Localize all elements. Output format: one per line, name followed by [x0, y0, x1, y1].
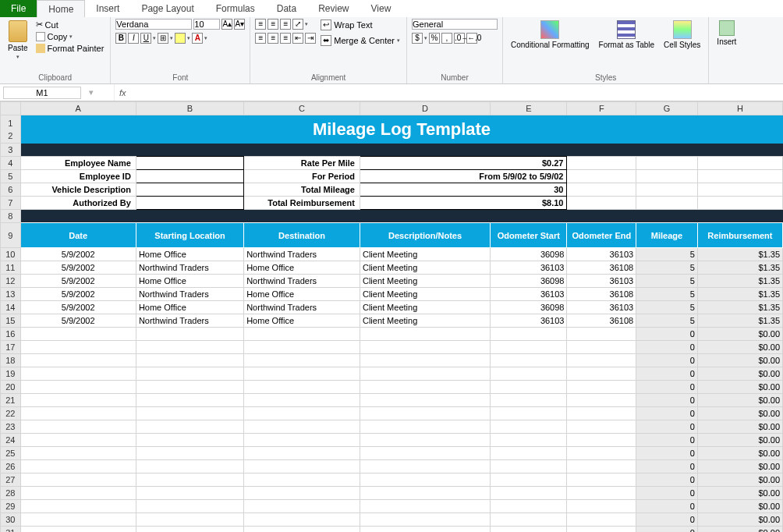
cell[interactable]	[20, 460, 136, 473]
cell[interactable]	[20, 527, 136, 533]
cell[interactable]: 5	[636, 288, 698, 301]
cell[interactable]	[491, 527, 567, 533]
cut-button[interactable]: ✂ Cut	[34, 19, 106, 30]
chevron-down-icon[interactable]: ▾	[424, 35, 427, 41]
cell[interactable]	[567, 447, 636, 460]
cell[interactable]	[244, 420, 360, 434]
cell[interactable]: 0	[636, 473, 698, 487]
bold-button[interactable]: B	[115, 33, 126, 44]
cell[interactable]	[567, 420, 636, 434]
format-as-table-button[interactable]: Format as Table	[596, 19, 658, 51]
cell[interactable]	[136, 473, 243, 487]
cell[interactable]: Home Office	[136, 301, 243, 314]
fx-button[interactable]: fx	[114, 84, 131, 101]
cell[interactable]	[244, 381, 360, 394]
row-header[interactable]: 21	[1, 394, 21, 407]
cell[interactable]	[20, 381, 136, 394]
cell[interactable]	[244, 460, 360, 473]
cell[interactable]	[136, 420, 243, 434]
cell[interactable]: 36103	[567, 275, 636, 288]
cell[interactable]: Odometer End	[567, 223, 636, 248]
tab-data[interactable]: Data	[266, 0, 307, 17]
cell[interactable]	[491, 487, 567, 500]
cell[interactable]	[360, 367, 490, 381]
cell[interactable]	[360, 500, 490, 513]
cell[interactable]	[136, 354, 243, 367]
cell[interactable]: 36108	[567, 314, 636, 328]
cell[interactable]	[136, 527, 243, 533]
cell[interactable]: $1.35	[697, 314, 782, 328]
merge-center-button[interactable]: ⬌ Merge & Center ▾	[319, 34, 402, 47]
align-center-button[interactable]: ≡	[267, 33, 278, 44]
cell[interactable]: 36108	[567, 261, 636, 275]
cell[interactable]	[567, 354, 636, 367]
cell[interactable]: Home Office	[244, 288, 360, 301]
row-header[interactable]: 28	[1, 487, 21, 500]
cell[interactable]: $0.00	[697, 394, 782, 407]
cell[interactable]	[636, 170, 698, 183]
row-header[interactable]: 20	[1, 381, 21, 394]
cell[interactable]	[136, 157, 243, 170]
cell[interactable]: 0	[636, 500, 698, 513]
cell[interactable]: Rate Per Mile	[244, 157, 360, 170]
column-header[interactable]: E	[491, 102, 567, 115]
cell[interactable]	[20, 407, 136, 420]
cell[interactable]	[567, 487, 636, 500]
cell[interactable]: Destination	[244, 223, 360, 248]
increase-indent-button[interactable]: ⇥	[305, 33, 316, 44]
cell[interactable]: Northwind Traders	[136, 261, 243, 275]
cell[interactable]: 0	[636, 354, 698, 367]
cell[interactable]	[567, 460, 636, 473]
cell[interactable]	[567, 341, 636, 354]
cell[interactable]: 5	[636, 314, 698, 328]
cell[interactable]: Date	[20, 223, 136, 248]
cell[interactable]	[491, 460, 567, 473]
cell[interactable]	[360, 460, 490, 473]
cell[interactable]: 0	[636, 527, 698, 533]
cell[interactable]	[136, 367, 243, 381]
row-header[interactable]: 11	[1, 261, 21, 275]
cell[interactable]: 0	[636, 407, 698, 420]
cell[interactable]: Client Meeting	[360, 248, 490, 261]
cell[interactable]	[244, 500, 360, 513]
tab-home[interactable]: Home	[37, 0, 85, 17]
fill-color-button[interactable]	[175, 33, 186, 44]
cell[interactable]	[244, 394, 360, 407]
cell[interactable]	[491, 434, 567, 447]
cell[interactable]: $1.35	[697, 301, 782, 314]
cell[interactable]	[567, 381, 636, 394]
cell[interactable]	[567, 394, 636, 407]
cell[interactable]	[491, 407, 567, 420]
cell[interactable]: Client Meeting	[360, 314, 490, 328]
decrease-decimal-button[interactable]: ←.0	[466, 33, 477, 44]
wrap-text-button[interactable]: ↩ Wrap Text	[319, 19, 402, 31]
cell[interactable]: 0	[636, 367, 698, 381]
cell[interactable]	[636, 197, 698, 210]
row-header[interactable]: 3	[1, 144, 21, 157]
cell[interactable]	[20, 341, 136, 354]
cell[interactable]: $0.00	[697, 420, 782, 434]
cell[interactable]: Total Reimbursement	[244, 197, 360, 210]
cell[interactable]	[136, 460, 243, 473]
decrease-indent-button[interactable]: ⇤	[292, 33, 303, 44]
cell[interactable]	[20, 513, 136, 527]
cell[interactable]	[20, 487, 136, 500]
file-tab[interactable]: File	[0, 0, 37, 17]
cell[interactable]	[20, 144, 783, 157]
row-header[interactable]: 26	[1, 460, 21, 473]
conditional-formatting-button[interactable]: Conditional Formatting	[508, 19, 593, 51]
tab-view[interactable]: View	[360, 0, 402, 17]
cell[interactable]	[567, 367, 636, 381]
cell[interactable]: 0	[636, 381, 698, 394]
cell[interactable]	[491, 447, 567, 460]
cell[interactable]	[20, 473, 136, 487]
cell[interactable]	[491, 328, 567, 341]
cell[interactable]	[136, 341, 243, 354]
cell[interactable]: Odometer Start	[491, 223, 567, 248]
row-header[interactable]: 16	[1, 328, 21, 341]
cell[interactable]: $0.00	[697, 354, 782, 367]
cell[interactable]	[20, 447, 136, 460]
cell[interactable]	[136, 487, 243, 500]
column-header[interactable]: F	[567, 102, 636, 115]
row-header[interactable]: 25	[1, 447, 21, 460]
